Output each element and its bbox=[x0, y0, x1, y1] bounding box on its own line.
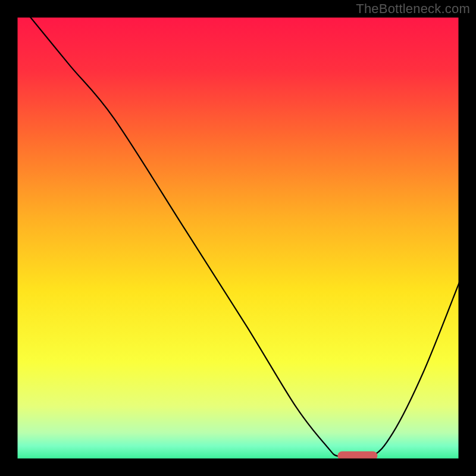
chart-frame: TheBottleneck.com bbox=[0, 0, 476, 476]
plot-background-gradient bbox=[17, 17, 459, 459]
watermark-text: TheBottleneck.com bbox=[356, 1, 470, 17]
bottleneck-chart bbox=[0, 0, 476, 476]
